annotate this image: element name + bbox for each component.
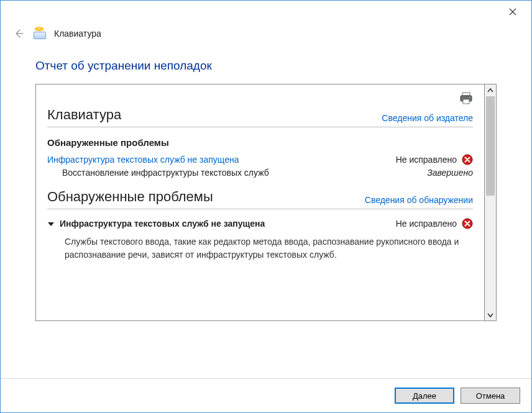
scroll-track[interactable]: [485, 96, 496, 309]
error-icon: [462, 218, 473, 229]
step-row: Восстановление инфраструктуры текстовых …: [62, 168, 473, 178]
close-button[interactable]: [500, 3, 525, 20]
svg-rect-0: [462, 93, 470, 96]
vertical-scrollbar[interactable]: [485, 84, 497, 321]
issue-detail-description: Службы текстового ввода, такие как редак…: [65, 235, 473, 261]
section-keyboard-title: Клавиатура: [47, 107, 121, 123]
cancel-button[interactable]: Отмена: [461, 388, 520, 404]
print-button[interactable]: [459, 92, 473, 104]
back-arrow-icon: [13, 28, 24, 39]
print-row: [47, 91, 473, 106]
close-icon: [509, 8, 516, 16]
chevron-up-icon: [487, 88, 493, 94]
page-title: Отчет об устранении неполадок: [1, 40, 531, 84]
report-pane: Клавиатура Сведения об издателе Обнаруже…: [35, 84, 485, 321]
next-button[interactable]: Далее: [395, 388, 454, 404]
issue-detail-header-left: Инфраструктура текстовых служб не запуще…: [47, 219, 265, 229]
issue-status-text: Не исправлено: [396, 155, 457, 165]
troubleshooter-name: Клавиатура: [54, 29, 101, 39]
back-button[interactable]: [12, 27, 25, 40]
error-icon: [462, 154, 473, 165]
section-detected-title: Обнаруженные проблемы: [47, 189, 213, 205]
publisher-details-link[interactable]: Сведения об издателе: [382, 113, 473, 123]
issue-detail-header: Инфраструктура текстовых служб не запуще…: [47, 218, 473, 229]
wizard-window: Клавиатура Отчет об устранении неполадок: [0, 0, 532, 413]
section-detected-header: Обнаруженные проблемы Сведения об обнару…: [47, 189, 473, 209]
issues-found-heading: Обнаруженные проблемы: [47, 137, 473, 148]
caret-down-icon: [47, 220, 55, 228]
scroll-down-button[interactable]: [485, 309, 496, 320]
printer-icon: [459, 92, 473, 104]
issue-status: Не исправлено: [396, 154, 473, 165]
issue-detail-status: Не исправлено: [396, 218, 473, 229]
issue-detail-title: Инфраструктура текстовых служб не запуще…: [60, 219, 265, 229]
scroll-thumb[interactable]: [486, 96, 495, 196]
footer: Далее Отмена: [1, 378, 531, 412]
step-status: Завершено: [427, 168, 473, 178]
header-row: Клавиатура: [1, 23, 531, 40]
issue-detail-status-text: Не исправлено: [396, 219, 457, 229]
svg-point-3: [469, 97, 470, 98]
titlebar: [1, 1, 531, 23]
svg-rect-2: [463, 99, 469, 104]
chevron-down-icon: [487, 312, 493, 318]
scroll-up-button[interactable]: [485, 84, 496, 96]
report-content: Клавиатура Сведения об издателе Обнаруже…: [36, 84, 484, 270]
detection-details-link[interactable]: Сведения об обнаружении: [365, 195, 473, 205]
collapse-toggle[interactable]: [47, 220, 55, 227]
keyboard-icon: [33, 28, 47, 39]
issue-row: Инфраструктура текстовых служб не запуще…: [47, 154, 473, 165]
report-container: Клавиатура Сведения об издателе Обнаруже…: [35, 84, 497, 321]
issue-link[interactable]: Инфраструктура текстовых служб не запуще…: [47, 155, 239, 165]
step-text: Восстановление инфраструктуры текстовых …: [62, 168, 269, 178]
issue-detail-block: Инфраструктура текстовых служб не запуще…: [47, 218, 473, 261]
section-keyboard-header: Клавиатура Сведения об издателе: [47, 107, 473, 127]
